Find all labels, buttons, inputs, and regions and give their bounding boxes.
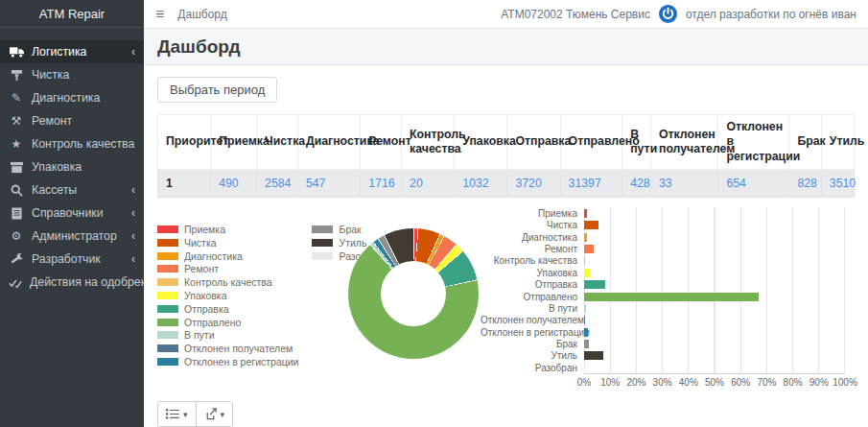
x-axis-tick-label: 30% xyxy=(653,377,672,388)
bar-track xyxy=(584,315,845,326)
legend-swatch xyxy=(157,344,178,352)
count-link[interactable]: 20 xyxy=(410,177,423,190)
legend-item[interactable]: Отправка xyxy=(157,302,298,316)
sidebar-item-label: Администратор xyxy=(32,229,117,243)
sidebar-item-repair[interactable]: ⚒ Ремонт xyxy=(0,109,144,132)
legend-item[interactable]: Приемка xyxy=(157,223,298,236)
list-icon xyxy=(166,408,179,420)
count-link[interactable]: 1716 xyxy=(368,177,394,190)
count-cell: 1032 xyxy=(455,170,507,198)
legend-item[interactable]: Отклонен в регистрации xyxy=(157,355,298,368)
bar-track xyxy=(584,291,845,302)
legend-item[interactable]: Отправлено xyxy=(157,316,298,329)
hammer-icon: ⚒ xyxy=(9,114,24,128)
count-link[interactable]: 828 xyxy=(797,177,817,190)
column-header[interactable]: Отклонен в регистрации xyxy=(718,115,789,170)
count-link[interactable]: 3510 xyxy=(830,177,856,190)
bar-category-label: Отправлено xyxy=(481,292,584,302)
sidebar-item-packing[interactable]: Упаковка xyxy=(0,155,144,178)
bar-category-label: Разобран xyxy=(481,363,584,373)
count-link[interactable]: 490 xyxy=(219,177,239,190)
count-link[interactable]: 33 xyxy=(659,177,672,190)
legend-label: Отклонен получателем xyxy=(184,343,293,354)
legend-item[interactable]: Упаковка xyxy=(157,289,298,302)
legend-item[interactable]: Отклонен получателем xyxy=(157,342,298,355)
sidebar-item-administrator[interactable]: ⚙ Администратор ‹ xyxy=(0,225,144,248)
column-header[interactable]: Диагностика xyxy=(297,115,360,170)
sidebar-item-label: Чистка xyxy=(32,68,69,82)
sidebar-item-diagnostics[interactable]: ✎ Диагностика xyxy=(0,86,144,109)
legend-swatch xyxy=(157,278,178,286)
legend-item[interactable]: Диагностика xyxy=(157,249,298,263)
bar-category-label: В пути xyxy=(481,303,584,314)
sidebar-item-references[interactable]: Справочники ‹ xyxy=(0,202,144,225)
navbar-user-link[interactable]: отдел разработки по огнёв иван xyxy=(686,8,856,21)
x-axis-tick-label: 10% xyxy=(600,377,620,388)
x-axis-tick-label: 80% xyxy=(784,377,803,388)
bar-row: Разобран xyxy=(481,362,845,373)
hamburger-menu-icon[interactable]: ≡ xyxy=(155,7,164,22)
count-link[interactable]: 547 xyxy=(306,177,326,190)
bar xyxy=(584,340,589,348)
x-axis-tick-label: 40% xyxy=(679,377,698,388)
legend-item[interactable]: В пути xyxy=(157,328,298,342)
sidebar-item-approval-actions[interactable]: Действия на одобрение xyxy=(0,271,144,294)
bar-track xyxy=(584,278,845,290)
grid-toolbar: ▾ ▾ Показаны 1-20 из 46 960 записи. xyxy=(157,401,855,427)
page-size-button[interactable]: ▾ xyxy=(158,402,196,426)
sidebar-item-cassettes[interactable]: Кассеты ‹ xyxy=(0,178,144,202)
legend-item[interactable]: Контроль качества xyxy=(157,275,298,289)
count-link[interactable]: 428 xyxy=(630,177,650,190)
legend-label: Контроль качества xyxy=(184,276,272,288)
bar-track xyxy=(584,326,845,338)
navbar-org-link[interactable]: ATM072002 Тюмень Сервис xyxy=(501,8,650,21)
bar-row: Приемка xyxy=(481,207,845,219)
count-link[interactable]: 654 xyxy=(726,177,746,190)
wrench-icon xyxy=(9,253,24,266)
sidebar-item-logistics[interactable]: Логистика ‹ xyxy=(0,40,144,63)
truck-icon xyxy=(9,46,24,58)
power-icon[interactable] xyxy=(659,5,677,23)
bar xyxy=(584,328,588,337)
column-header[interactable]: Контроль качества xyxy=(402,115,455,170)
bar xyxy=(584,351,603,360)
legend-label: Чистка xyxy=(184,237,217,249)
legend-swatch xyxy=(157,305,178,313)
count-link[interactable]: 1032 xyxy=(462,177,488,190)
bar xyxy=(584,245,594,253)
bar-category-label: Диагностика xyxy=(481,232,584,243)
sidebar-item-quality-control[interactable]: ★ Контроль качества xyxy=(0,132,144,155)
legend-item[interactable]: Чистка xyxy=(157,236,298,249)
sidebar-item-developer[interactable]: Разработчик ‹ xyxy=(0,248,144,271)
column-header[interactable]: Отправлено xyxy=(560,115,622,170)
column-header[interactable]: Приоритет xyxy=(158,115,211,170)
legend-item[interactable]: Ремонт xyxy=(157,262,298,275)
priority-summary-table: ПриоритетПриемкаЧисткаДиагностикаРемонтК… xyxy=(157,114,855,198)
page-header: Дашборд xyxy=(144,29,868,64)
x-axis-tick-label: 70% xyxy=(757,377,776,388)
count-cell: 3720 xyxy=(507,170,560,198)
column-header[interactable]: Отправка xyxy=(507,115,560,170)
breadcrumb[interactable]: Дашборд xyxy=(177,8,226,21)
sidebar-item-cleaning[interactable]: Чистка xyxy=(0,63,144,86)
count-link[interactable]: 3720 xyxy=(515,177,541,190)
column-header[interactable]: Упаковка xyxy=(455,115,507,170)
bar-row: Утиль xyxy=(481,350,845,362)
legend-swatch xyxy=(157,225,178,233)
export-button[interactable]: ▾ xyxy=(196,402,233,426)
select-period-button[interactable]: Выбрать период xyxy=(157,77,277,103)
count-link[interactable]: 2584 xyxy=(265,177,291,190)
bar-row: Упаковка xyxy=(481,267,845,278)
legend-label: Отклонен в регистрации xyxy=(184,356,298,368)
sidebar-item-label: Действия на одобрение xyxy=(30,275,160,289)
column-header[interactable]: Утиль xyxy=(821,115,854,170)
bar xyxy=(584,269,590,277)
bar-category-label: Отклонен в регистрации xyxy=(481,327,584,338)
brand-link[interactable]: ATM Repair xyxy=(0,0,144,28)
count-link[interactable]: 31397 xyxy=(569,177,601,190)
donut-chart xyxy=(348,228,479,359)
chevron-left-icon: ‹ xyxy=(131,230,135,242)
legend-label: Ремонт xyxy=(184,263,219,274)
column-header[interactable]: Отклонен получателем xyxy=(650,115,717,170)
app-window: ATM Repair Логистика ‹ Чистка ✎ Диагност… xyxy=(0,0,868,427)
